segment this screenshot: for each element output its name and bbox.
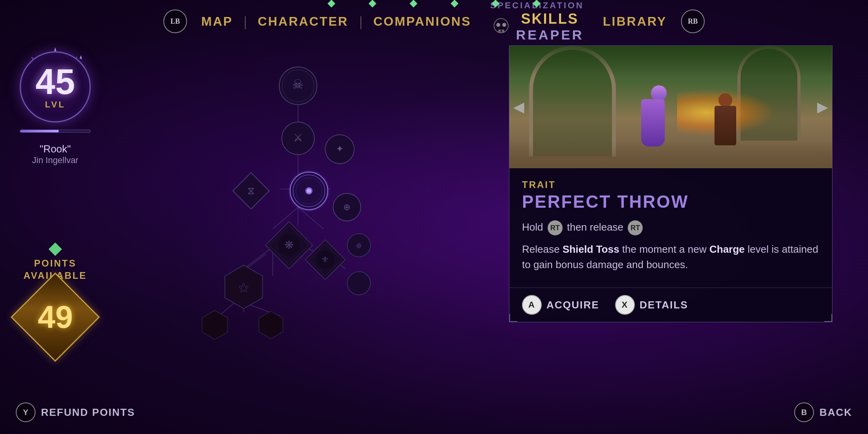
character-nickname: "Rook" — [32, 143, 78, 155]
y-button[interactable]: Y — [16, 402, 36, 422]
nav-character[interactable]: CHARACTER — [247, 14, 359, 29]
svg-text:⚜: ⚜ — [321, 255, 329, 265]
svg-text:⧖: ⧖ — [247, 185, 254, 197]
svg-point-54 — [347, 272, 370, 295]
skill-node-active[interactable] — [286, 168, 331, 213]
level-number: 45 — [36, 64, 75, 100]
nav-gem-1 — [327, 0, 335, 8]
svg-point-0 — [494, 19, 508, 33]
bottom-right-actions: B BACK — [794, 402, 852, 422]
lb-button[interactable]: LB — [163, 9, 187, 33]
top-navigation: LB MAP | CHARACTER | COMPANIONS SPECIALI… — [0, 0, 868, 43]
corner-decoration-br — [824, 314, 832, 322]
nav-map[interactable]: MAP — [190, 14, 244, 29]
points-value: 49 — [38, 299, 73, 335]
details-label: DETAILS — [640, 299, 688, 311]
nav-gem-2 — [369, 0, 376, 8]
level-label: LVL — [45, 100, 65, 110]
skill-node-2[interactable]: ⚔ — [282, 122, 314, 155]
acquire-label: ACQUIRE — [546, 299, 599, 311]
trait-name: PERFECT THROW — [522, 192, 819, 212]
level-badge: 45 LVL — [16, 47, 95, 126]
points-gem-icon — [49, 242, 62, 256]
skills-nav-label[interactable]: SKILLS — [521, 11, 579, 27]
reaper-icon — [490, 16, 512, 38]
left-panel: 45 LVL "Rook" Jin Ingellvar POINTS AVAIL… — [16, 47, 95, 349]
nav-gem-3 — [410, 0, 417, 8]
skill-node-hex[interactable]: ⚝ — [225, 265, 262, 308]
svg-text:⊕: ⊕ — [343, 202, 350, 212]
points-diamond: 49 — [11, 272, 100, 362]
nav-divider-1: | — [244, 13, 247, 30]
a-button-icon: A — [522, 295, 542, 315]
back-label: BACK — [819, 406, 852, 419]
skill-node-small-1[interactable]: ⊕ — [347, 234, 370, 257]
x-button-icon: X — [615, 295, 635, 315]
scene-foliage — [509, 46, 832, 77]
scene-enemy — [709, 93, 741, 145]
rt-badge-2: RT — [628, 220, 643, 235]
xp-bar — [20, 130, 91, 133]
skill-node-small-2[interactable] — [347, 272, 370, 295]
acquire-button[interactable]: A ACQUIRE — [522, 295, 599, 315]
detail-panel: ◀ ▶ TRAIT PERFECT THROW Hold RT then rel… — [509, 45, 832, 322]
character-name: Jin Ingellvar — [32, 155, 78, 165]
svg-line-19 — [244, 247, 273, 269]
svg-text:⚔: ⚔ — [293, 132, 303, 144]
nav-companions[interactable]: COMPANIONS — [362, 14, 482, 29]
preview-arrow-right[interactable]: ▶ — [817, 99, 828, 115]
svg-marker-11 — [80, 55, 82, 59]
detail-actions: A ACQUIRE X DETAILS — [509, 287, 832, 322]
svg-text:✦: ✦ — [336, 144, 344, 154]
skill-node-bottom-1[interactable] — [202, 310, 227, 339]
svg-point-1 — [496, 23, 500, 27]
svg-text:⊕: ⊕ — [356, 242, 362, 250]
skill-description: Release Shield Toss the moment a new Cha… — [522, 242, 819, 272]
skill-node-hourglass[interactable]: ⧖ — [233, 173, 269, 209]
skill-node-skull[interactable]: ☠ — [279, 67, 317, 104]
svg-text:❋: ❋ — [284, 239, 294, 251]
bottom-left-actions: Y REFUND POINTS — [16, 402, 135, 422]
nav-library[interactable]: LIBRARY — [592, 14, 678, 29]
svg-point-2 — [502, 23, 506, 27]
detail-content: TRAIT PERFECT THROW Hold RT then release… — [509, 168, 832, 287]
svg-text:☠: ☠ — [292, 77, 304, 92]
refund-points-label: REFUND POINTS — [41, 406, 135, 419]
level-circle: 45 LVL — [20, 51, 91, 122]
preview-arrow-left[interactable]: ◀ — [513, 99, 524, 115]
svg-point-37 — [307, 189, 311, 193]
svg-marker-57 — [202, 310, 227, 339]
skill-preview-image: ◀ ▶ — [509, 46, 832, 168]
nav-gem-4 — [451, 0, 458, 8]
trait-label: TRAIT — [522, 179, 819, 190]
xp-bar-fill — [20, 130, 59, 132]
details-button[interactable]: X DETAILS — [615, 295, 688, 315]
skill-node-right-2[interactable]: ✦ — [325, 135, 354, 163]
skill-tree: ☠ ⚔ ⧖ ✦ — [130, 51, 426, 359]
svg-text:⚝: ⚝ — [239, 282, 249, 293]
nav-divider-2: | — [359, 13, 362, 30]
hold-description: Hold RT then release RT — [522, 220, 819, 235]
skill-node-right-3[interactable]: ⊕ — [333, 194, 361, 221]
rt-badge-1: RT — [548, 220, 563, 235]
rb-button[interactable]: RB — [681, 9, 705, 33]
spec-name: REAPER — [516, 27, 584, 43]
points-section: POINTS AVAILABLE 49 — [24, 244, 87, 349]
corner-decoration-bl — [509, 314, 517, 322]
b-button[interactable]: B — [794, 402, 814, 422]
scene-character — [645, 85, 673, 148]
